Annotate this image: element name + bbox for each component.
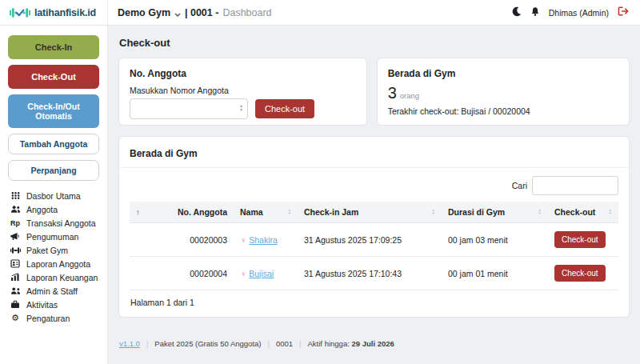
in-gym-table-card: Berada di Gym Cari ↑ No. Anggota Na xyxy=(118,136,630,318)
page-title: Check-out xyxy=(119,37,630,49)
column-sort-indicator[interactable]: ↑ xyxy=(130,202,168,223)
grid-icon xyxy=(10,191,21,200)
dumbbell-icon xyxy=(10,246,21,254)
last-checkout-text: Terakhir check-out: Bujisai / 00020004 xyxy=(388,106,618,116)
chevron-down-icon[interactable] xyxy=(174,8,181,19)
sidebar-item-label: Laporan Anggota xyxy=(26,259,90,269)
sidebar-item-label: Paket Gym xyxy=(26,246,68,255)
finance-chart-icon xyxy=(10,273,21,282)
sidebar-item-label: Laporan Keuangan xyxy=(26,273,98,282)
version-link[interactable]: v1.1.0 xyxy=(119,339,140,348)
auto-checkinout-button[interactable]: Check-In/Out Otomatis xyxy=(8,94,99,128)
plan-info: Paket 2025 (Gratis 50 Anggota) xyxy=(154,339,261,348)
table-row: 00020004 ♀Bujisai 31 Agustus 2025 17:10:… xyxy=(130,257,618,290)
sidebar-item-label: Aktivitas xyxy=(26,300,58,310)
active-until: Aktif hingga: 29 Juli 2026 xyxy=(308,339,394,348)
checkin-time-cell: 31 Agustus 2025 17:09:25 xyxy=(298,223,442,257)
checkin-button[interactable]: Check-In xyxy=(8,35,99,59)
member-link[interactable]: Bujisai xyxy=(249,269,274,278)
sort-icon: ▲▼ xyxy=(538,209,542,216)
people-count-unit: orang xyxy=(400,91,419,100)
checkout-button[interactable]: Check-Out xyxy=(8,65,99,89)
gym-code-footer: 0001 xyxy=(276,339,293,348)
dumbbell-check-icon xyxy=(10,6,30,19)
sidebar-item-label: Transaksi Anggota xyxy=(26,218,96,228)
page-name: Dashboard xyxy=(222,7,271,18)
column-checkin-jam[interactable]: Check-in Jam▲▼ xyxy=(298,202,442,223)
sidebar-item-label: Pengaturan xyxy=(26,314,70,323)
row-checkout-button[interactable]: Check-out xyxy=(554,231,606,248)
column-checkout[interactable]: Check-out▲▼ xyxy=(548,202,618,223)
add-member-button[interactable]: Tambah Anggota xyxy=(8,134,99,154)
member-number-cell: 00020003 xyxy=(168,223,234,257)
duration-cell: 00 jam 03 menit xyxy=(442,223,548,257)
member-number-input[interactable] xyxy=(130,98,248,119)
column-no-anggota[interactable]: No. Anggota xyxy=(168,202,234,223)
table-card-title: Berada di Gym xyxy=(130,148,198,159)
sidebar-item-label: Admin & Staff xyxy=(26,286,78,296)
breadcrumb: Demo Gym | 0001 - Dashboard xyxy=(108,0,511,25)
gym-code: | 0001 - xyxy=(185,7,218,18)
sidebar-item-admin-staff[interactable]: Admin & Staff xyxy=(8,284,99,298)
sidebar-item-pengumuman[interactable]: Pengumuman xyxy=(8,230,99,243)
pagination-info: Halaman 1 dari 1 xyxy=(130,290,618,309)
active-date: 29 Juli 2026 xyxy=(351,339,394,348)
sidebar-item-anggota[interactable]: Anggota xyxy=(8,202,99,216)
member-name-cell: ♀Shakira xyxy=(234,223,298,257)
checkout-submit-button[interactable]: Check-out xyxy=(255,99,314,118)
people-count: 3 xyxy=(388,84,397,102)
female-icon: ♀ xyxy=(240,235,246,245)
sidebar-item-aktivitas[interactable]: Aktivitas xyxy=(8,298,99,311)
sidebar-item-dasbor-utama[interactable]: Dasbor Utama xyxy=(8,189,99,202)
table-header-row: ↑ No. Anggota Nama▲▼ Check-in Jam▲▼ Dura… xyxy=(130,202,618,223)
column-durasi[interactable]: Durasi di Gym▲▼ xyxy=(442,202,548,223)
duration-cell: 00 jam 01 menit xyxy=(442,257,548,290)
bell-icon xyxy=(530,6,540,19)
member-report-icon xyxy=(10,259,21,268)
members-icon xyxy=(10,205,21,214)
sidebar-item-laporan-keuangan[interactable]: Laporan Keuangan xyxy=(8,270,99,284)
sidebar-item-pengaturan[interactable]: ⚙ Pengaturan xyxy=(8,311,99,325)
header-actions: Dhimas (Admin) xyxy=(511,0,640,25)
footer: v1.1.0 | Paket 2025 (Gratis 50 Anggota) … xyxy=(118,339,630,348)
sort-icon: ▲▼ xyxy=(288,209,291,216)
sort-icon: ▲▼ xyxy=(432,209,435,216)
main-content: Check-out No. Anggota Masukkan Nomor Ang… xyxy=(108,26,640,364)
checkin-time-cell: 31 Agustus 2025 17:10:43 xyxy=(298,257,442,290)
sidebar-item-label: Anggota xyxy=(26,205,58,214)
brand-name: latihanfisik.id xyxy=(34,7,96,18)
member-name-cell: ♀Bujisai xyxy=(234,257,298,290)
sidebar-item-label: Pengumuman xyxy=(26,232,78,242)
member-link[interactable]: Shakira xyxy=(249,235,278,245)
row-checkout-button[interactable]: Check-out xyxy=(554,265,606,282)
search-input[interactable] xyxy=(532,176,618,195)
app-window: latihanfisik.id Demo Gym | 0001 - Dashbo… xyxy=(0,0,640,364)
female-icon: ♀ xyxy=(240,269,246,278)
dark-mode-toggle[interactable] xyxy=(511,6,522,19)
top-header: latihanfisik.id Demo Gym | 0001 - Dashbo… xyxy=(0,0,640,26)
admin-staff-icon xyxy=(10,286,21,295)
sidebar-item-paket-gym[interactable]: Paket Gym xyxy=(8,243,99,257)
column-nama[interactable]: Nama▲▼ xyxy=(234,202,298,223)
search-label: Cari xyxy=(512,181,527,190)
logout-icon xyxy=(618,6,629,18)
logout-button[interactable] xyxy=(618,6,629,18)
briefcase-icon xyxy=(10,300,21,309)
sidebar-item-laporan-anggota[interactable]: Laporan Anggota xyxy=(8,257,99,270)
status-card-title: Berada di Gym xyxy=(388,68,618,79)
member-number-cell: 00020004 xyxy=(168,257,234,290)
gym-name[interactable]: Demo Gym xyxy=(118,7,170,18)
rupiah-icon: Rp xyxy=(10,219,21,227)
extend-button[interactable]: Perpanjang xyxy=(8,160,99,181)
sidebar-item-transaksi-anggota[interactable]: Rp Transaksi Anggota xyxy=(8,216,99,230)
moon-icon xyxy=(511,6,522,19)
checkout-form-card: No. Anggota Masukkan Nomor Anggota ▲▼ Ch… xyxy=(118,58,367,126)
notifications-button[interactable] xyxy=(530,6,540,19)
checkout-card-title: No. Anggota xyxy=(130,68,356,79)
member-number-label: Masukkan Nomor Anggota xyxy=(130,86,356,95)
in-gym-table: ↑ No. Anggota Nama▲▼ Check-in Jam▲▼ Dura… xyxy=(130,202,618,290)
brand-logo[interactable]: latihanfisik.id xyxy=(0,0,108,25)
user-menu[interactable]: Dhimas (Admin) xyxy=(549,8,609,18)
sort-icon: ▲▼ xyxy=(609,209,612,216)
gears-icon: ⚙ xyxy=(10,314,21,322)
